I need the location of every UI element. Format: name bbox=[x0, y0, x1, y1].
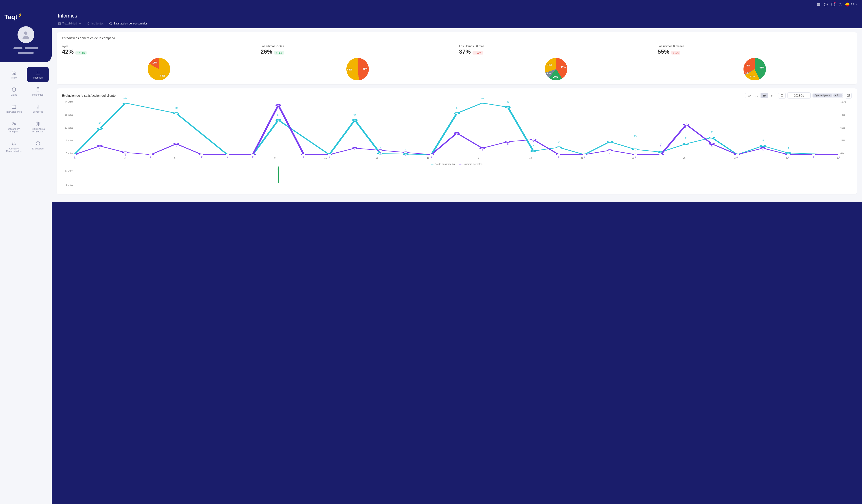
stat-col-0: Ayer42%↑ +42%83%17% bbox=[62, 44, 256, 80]
help-icon[interactable] bbox=[824, 2, 828, 6]
evolution-card: Evolución de la satisfacción del cliente… bbox=[56, 89, 857, 194]
avatar[interactable] bbox=[17, 26, 34, 43]
nav-item-chart[interactable]: Informes bbox=[27, 67, 49, 82]
svg-point-48 bbox=[174, 143, 179, 145]
pie-chart-1: 48%52% bbox=[347, 58, 369, 80]
y-axis-right: 100%75%50%25%0% bbox=[840, 101, 852, 155]
svg-point-30 bbox=[480, 103, 484, 104]
stat-period: Los últimos 6 meses bbox=[658, 44, 852, 48]
flag-spain-icon bbox=[845, 2, 849, 6]
nav-item-sensor[interactable]: Sensores bbox=[27, 101, 49, 116]
svg-point-67 bbox=[658, 154, 663, 155]
date-next-button[interactable]: › bbox=[806, 93, 810, 98]
svg-point-44 bbox=[74, 154, 77, 155]
stat-value: 37% bbox=[459, 48, 471, 55]
y-axis-left: 24 votes18 votes12 votes6 votes0 votes bbox=[62, 101, 73, 155]
svg-point-9 bbox=[38, 107, 38, 108]
nav-item-bell[interactable]: Alertas y Recordatorios bbox=[3, 138, 25, 156]
logo[interactable]: Taqt ⚡ bbox=[4, 13, 47, 21]
page-title: Informes bbox=[58, 13, 856, 19]
svg-point-42 bbox=[786, 152, 791, 154]
svg-point-49 bbox=[199, 154, 204, 155]
svg-point-56 bbox=[378, 150, 382, 151]
svg-point-10 bbox=[13, 122, 14, 124]
svg-point-72 bbox=[786, 154, 791, 155]
stat-period: Los últimos 30 días bbox=[459, 44, 653, 48]
nav-item-users[interactable]: Usuarios y equipos bbox=[3, 118, 25, 136]
secondary-bar-chart: 12 votes9 votes 12 bbox=[62, 170, 852, 190]
svg-point-12 bbox=[36, 142, 40, 145]
svg-point-50 bbox=[225, 154, 230, 155]
svg-point-25 bbox=[352, 119, 357, 121]
svg-point-54 bbox=[327, 154, 331, 155]
svg-point-31 bbox=[506, 106, 510, 108]
nav-item-calendar[interactable]: Intervenciones bbox=[3, 101, 25, 116]
nav-label: Informes bbox=[33, 76, 43, 79]
stat-col-2: Los últimos 30 días37%↓ -20%41%20%9%30% bbox=[459, 44, 653, 80]
svg-rect-13 bbox=[58, 23, 61, 25]
filter-chip-more[interactable]: + 2 ... bbox=[833, 94, 843, 97]
logo-text: Taqt bbox=[4, 13, 17, 21]
pie-chart-2: 41%20%9%30% bbox=[545, 58, 567, 80]
tab-0[interactable]: Trazabilidad bbox=[58, 22, 81, 28]
svg-point-60 bbox=[480, 147, 484, 149]
stat-value: 42% bbox=[62, 48, 74, 55]
nav-label: Posiciones & Proyectos bbox=[28, 128, 48, 133]
nav-item-home[interactable]: Inicio bbox=[3, 67, 25, 82]
svg-point-32 bbox=[531, 150, 536, 152]
svg-point-57 bbox=[404, 152, 408, 153]
page-header: Informes Trazabilidad IncidentesSatisfac… bbox=[52, 9, 862, 28]
tab-1[interactable]: Incidentes bbox=[87, 22, 104, 28]
sat-point-label: 92 bbox=[507, 101, 509, 103]
svg-point-39 bbox=[709, 137, 714, 138]
evolution-title: Evolución de la satisfacción del cliente bbox=[62, 94, 116, 97]
evolution-header: Evolución de la satisfacción del cliente… bbox=[62, 92, 852, 98]
legend-item-votes: -○-Número de votos bbox=[459, 163, 482, 165]
nav-label: Intervenciones bbox=[6, 110, 22, 113]
tab-2[interactable]: Satisfacción del consumidor bbox=[109, 22, 147, 28]
stat-period: Ayer bbox=[62, 44, 256, 48]
map-toggle-button[interactable] bbox=[845, 93, 852, 98]
language-selector[interactable]: ES bbox=[845, 2, 858, 6]
line-chart: 24 votes18 votes12 votes6 votes0 votes 1… bbox=[62, 101, 852, 161]
svg-point-19 bbox=[123, 103, 128, 104]
stat-value: 26% bbox=[261, 48, 272, 55]
svg-point-29 bbox=[455, 112, 459, 114]
range-btn-1Y[interactable]: 1Y bbox=[768, 93, 776, 98]
legend-item-satisfaction: -○-% de satisfacción bbox=[431, 163, 455, 165]
nav-label: Alertas y Recordatorios bbox=[4, 147, 24, 152]
svg-point-27 bbox=[404, 154, 408, 155]
svg-point-41 bbox=[760, 145, 765, 147]
svg-point-58 bbox=[429, 154, 433, 155]
filter-chip-agence[interactable]: Agence Lyon × bbox=[813, 94, 832, 97]
admin-icon[interactable] bbox=[838, 2, 842, 6]
nav-item-map[interactable]: Posiciones & Proyectos bbox=[27, 118, 49, 136]
svg-point-15 bbox=[109, 23, 112, 25]
y2-axis-left: 12 votes9 votes bbox=[62, 170, 73, 187]
calendar-button[interactable] bbox=[778, 93, 786, 98]
nav-label: Incidentes bbox=[32, 93, 43, 96]
svg-point-52 bbox=[276, 104, 280, 106]
svg-point-1 bbox=[826, 5, 826, 5]
svg-point-70 bbox=[735, 154, 740, 155]
range-btn-7D[interactable]: 7D bbox=[753, 93, 760, 98]
info-icon[interactable] bbox=[831, 2, 835, 6]
range-btn-1M[interactable]: 1M bbox=[760, 93, 768, 98]
nav-item-database[interactable]: Datos bbox=[3, 84, 25, 99]
date-prev-button[interactable]: ‹ bbox=[788, 93, 792, 98]
svg-point-61 bbox=[506, 141, 510, 142]
range-btn-1D[interactable]: 1D bbox=[745, 93, 753, 98]
svg-rect-7 bbox=[12, 105, 16, 109]
stat-col-3: Los últimos 6 meses55%↓ -1%43%23%1%32% bbox=[658, 44, 852, 80]
legend: -○-% de satisfacción -○-Número de votos bbox=[62, 163, 852, 165]
nav-item-clipboard[interactable]: Incidentes bbox=[27, 84, 49, 99]
pie-chart-3: 43%23%1%32% bbox=[744, 58, 766, 80]
svg-rect-16 bbox=[781, 94, 783, 96]
svg-point-73 bbox=[811, 154, 816, 155]
svg-point-63 bbox=[557, 154, 561, 155]
plot-area: 5010080676721801009271425102133173041050… bbox=[74, 103, 839, 155]
menu-icon[interactable] bbox=[817, 2, 821, 6]
stats-grid: Ayer42%↑ +42%83%17%Los últimos 7 días26%… bbox=[62, 44, 852, 80]
svg-point-69 bbox=[709, 143, 714, 145]
nav-item-smile[interactable]: Encuestas bbox=[27, 138, 49, 156]
